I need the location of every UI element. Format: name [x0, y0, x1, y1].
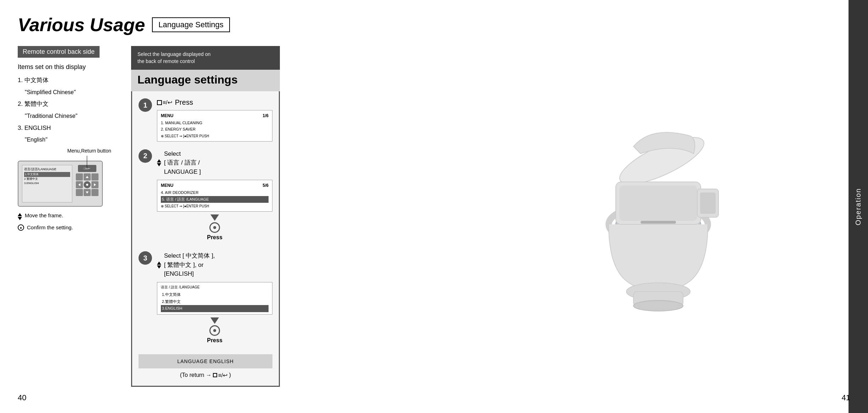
page-number-left: 40 [18, 393, 26, 402]
lang-item-1: 1.中文简体 [161, 291, 269, 298]
list-item-sub: "English" [25, 135, 117, 145]
step-2-action: Select[ 语言 / 語言 /LANGUAGE ] [157, 149, 272, 177]
language-screen: 语言 / 語言 /LANGUAGE 1.中文简体 2.繁體中文 3.ENGLIS… [157, 282, 272, 315]
press-label-3: Press [207, 337, 222, 344]
remote-display: 语言/語言/LANGUAGE 1.中文简体 2.繁體中文 3.ENGLISH [22, 165, 72, 202]
svg-point-5 [633, 300, 683, 311]
remote-buttons: □≡/↩ [76, 165, 98, 202]
step-3-action: Select [ 中文简体 ],[ 繁體中文 ], or[ENGLISH] [157, 251, 272, 279]
step-number-1: 1 [139, 98, 152, 112]
svg-rect-10 [641, 221, 676, 224]
step-2-content: Select[ 语言 / 語言 /LANGUAGE ] MENU5/6 4. A… [157, 149, 272, 244]
menu-return-annotation: Menu,Return button [67, 148, 111, 154]
list-item-sub: "Simplified Chinese" [25, 87, 117, 98]
press-arrow-icon-3 [210, 317, 219, 324]
step-2-arrows-icon [157, 159, 161, 166]
menu-return-btn: □≡/↩ [78, 165, 96, 172]
remote-diagram-area: Menu,Return button 语言/語言/LANGUAGE 1.中文简体… [18, 156, 117, 231]
operation-label: Operation [854, 188, 862, 225]
enter-btn [84, 181, 91, 188]
list-item: 2. 繁體中文 [18, 99, 117, 110]
press-circle-icon [209, 222, 220, 233]
annotation-line-1 [87, 156, 87, 168]
lang-screen-title: 语言 / 語言 /LANGUAGE [161, 285, 269, 290]
menu-item-4-selected: 5. 语言 / 語言 /LANGUAGE [161, 196, 269, 203]
items-list: 1. 中文简体 "Simplified Chinese" 2. 繁體中文 "Tr… [18, 75, 117, 145]
step-1-content: ≡/↩ Press MENU1/6 1. MANUAL CLEANING 2. … [157, 98, 272, 141]
panel-header-bold: Language settings [131, 70, 280, 91]
title-badge: Language Settings [152, 17, 230, 32]
step-1-action: ≡/↩ Press [157, 98, 272, 107]
instruction-panel: Select the language displayed onthe back… [131, 46, 280, 387]
press-label-2: Press [207, 234, 222, 241]
menu-enter-2: ⊕ SELECT ⇒ [●ENTER PUSH [161, 203, 269, 209]
panel-header-bold-text: Language settings [137, 73, 238, 86]
button-grid [76, 173, 98, 196]
page-title-area: Various Usage Language Settings [18, 14, 416, 35]
menu-item-2: 2. ENERGY SAVER [161, 126, 269, 133]
move-frame-text: Move the frame. [25, 212, 63, 218]
menu-title-1: MENU1/6 [161, 113, 269, 119]
return-text: (To return → ≡/↩ ) [180, 372, 231, 378]
move-frame-note: Move the frame. [18, 212, 117, 220]
list-item: 3. ENGLISH [18, 123, 117, 134]
toilet-illustration [563, 83, 740, 331]
step-3: 3 Select [ 中文简体 ],[ 繁體中文 ], or[ENGLISH] [139, 251, 272, 346]
step-2-text: Select[ 语言 / 語言 /LANGUAGE ] [164, 149, 201, 177]
panel-header-small: Select the language displayed onthe back… [131, 46, 280, 70]
confirm-note: ● Confirm the setting. [18, 224, 117, 231]
menu-enter-1: ⊕ SELECT ⇒ [●ENTER PUSH [161, 133, 269, 139]
step-3-press: Press [157, 317, 272, 344]
step-1-press-text: Press [175, 98, 193, 107]
menu-item-3: 4. AIR DEODORIZER [161, 190, 269, 196]
step-3-text: Select [ 中文简体 ],[ 繁體中文 ], or[ENGLISH] [164, 251, 215, 279]
toilet-svg [563, 83, 740, 331]
remote-box: 语言/語言/LANGUAGE 1.中文简体 2.繁體中文 3.ENGLISH □… [18, 161, 103, 207]
list-item: 1. 中文简体 [18, 75, 117, 86]
left-page: Various Usage Language Settings Remote c… [0, 0, 434, 413]
press-dot-3 [213, 329, 216, 332]
list-item-sub: "Traditional Chinese" [25, 111, 117, 121]
lang-item-2: 2.繁體中文 [161, 298, 269, 305]
step-1: 1 ≡/↩ Press MENU1/6 [139, 98, 272, 141]
panel-header-text: Select the language displayed onthe back… [137, 51, 210, 64]
operation-sidebar: Operation [849, 0, 868, 413]
menu-screen-2: MENU5/6 4. AIR DEODORIZER 5. 语言 / 語言 /LA… [157, 180, 272, 212]
page-title: Various Usage [18, 14, 145, 35]
menu-return-icon: ≡/↩ [157, 99, 172, 106]
lang-item-3-selected: 3.ENGLISH [161, 305, 269, 312]
step-number-2: 2 [139, 149, 152, 163]
left-content: Remote control back side Items set on th… [18, 46, 416, 387]
result-box: LANGUAGE ENGLISH [139, 354, 272, 368]
return-icon: ≡/↩ [213, 372, 227, 379]
step-3-content: Select [ 中文简体 ],[ 繁體中文 ], or[ENGLISH] 语言… [157, 251, 272, 346]
return-note: (To return → ≡/↩ ) [139, 372, 272, 379]
confirm-text: Confirm the setting. [27, 224, 73, 230]
step-number-3: 3 [139, 251, 152, 265]
menu-item-1: 1. MANUAL CLEANING [161, 120, 269, 126]
page-number-right: 41 [842, 393, 850, 402]
press-arrow-icon [210, 214, 219, 221]
remote-label: Remote control back side [18, 46, 100, 58]
svg-rect-7 [619, 185, 697, 221]
step-2: 2 Select[ 语言 / 語言 /LANGUAGE ] [139, 149, 272, 244]
step-2-press: Press [157, 214, 272, 241]
step-3-arrows-icon [157, 262, 161, 269]
menu-screen-1: MENU1/6 1. MANUAL CLEANING 2. ENERGY SAV… [157, 110, 272, 141]
press-circle-icon-3 [209, 325, 220, 336]
menu-title-2: MENU5/6 [161, 182, 269, 189]
svg-rect-9 [700, 193, 716, 214]
panel-body: 1 ≡/↩ Press MENU1/6 [131, 91, 280, 387]
remote-section: Remote control back side Items set on th… [18, 46, 117, 387]
up-down-arrows-icon [18, 213, 22, 220]
items-header: Items set on this display [18, 63, 117, 71]
right-page: Operation 41 [434, 0, 868, 413]
press-dot [213, 226, 216, 229]
enter-circle-icon: ● [18, 224, 24, 231]
